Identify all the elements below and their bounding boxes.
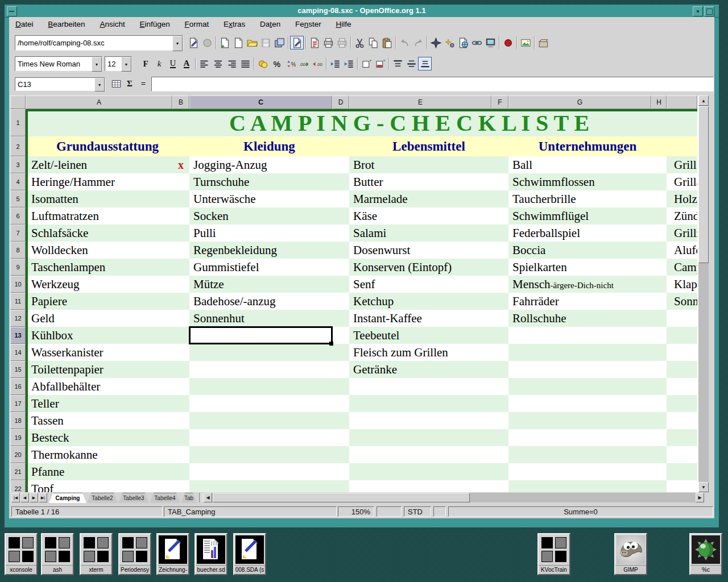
cell-text[interactable]: Unterwäsche [193, 191, 331, 207]
column-header-H[interactable]: H [651, 95, 667, 109]
cell-band[interactable] [667, 429, 697, 446]
cell-text[interactable]: Butter [353, 174, 490, 190]
font-color-icon[interactable]: A [180, 57, 193, 70]
cell-band[interactable] [508, 412, 667, 429]
cell-band[interactable] [667, 463, 697, 480]
cell-text[interactable]: Badehose/-anzug [193, 293, 331, 310]
cell-text[interactable]: Topf [31, 481, 171, 492]
taskbar-icon-xconsole[interactable]: xconsole [5, 533, 38, 575]
column-header-partial[interactable] [667, 95, 697, 109]
checkmark-cell-b3[interactable]: x [172, 157, 189, 173]
sheet-tab-clipped[interactable]: Tab [181, 493, 197, 503]
cell-band[interactable] [508, 429, 667, 446]
cell-band[interactable] [508, 378, 667, 395]
status-zoom[interactable]: 150% [338, 506, 374, 517]
taskbar-icon-kvoctrain[interactable]: KVocTrain [537, 533, 570, 575]
cell-text[interactable]: Fleisch zum Grillen [353, 344, 490, 361]
cell-text[interactable]: Sonnen [674, 293, 697, 310]
row-header-20[interactable]: 20 [10, 446, 26, 463]
cell-text[interactable]: Rollschuhe [512, 310, 651, 327]
taskbar-icon-xterm[interactable]: xterm [80, 533, 113, 575]
formula-input-line[interactable] [151, 77, 714, 92]
scroll-right-button[interactable]: ▶ [696, 493, 704, 502]
cell-band[interactable] [508, 361, 667, 378]
valign-bottom-icon[interactable] [418, 57, 432, 70]
cell-band[interactable] [667, 310, 697, 327]
cell-text[interactable]: Federballspiel [512, 225, 651, 242]
sheet-tab-camping[interactable]: Camping [49, 493, 86, 503]
cell-text[interactable]: Tassen [31, 413, 171, 429]
menu-einfuegen[interactable]: Einfügen [133, 17, 176, 28]
column-header-A[interactable]: A [26, 95, 172, 109]
cell-band[interactable] [508, 327, 667, 344]
cell-text[interactable]: Holzkoh [674, 191, 697, 207]
redo-icon[interactable] [411, 36, 425, 49]
taskbar-icon-gimp[interactable]: GIMP [614, 533, 647, 575]
cell-text[interactable]: Dosenwurst [353, 242, 490, 259]
add-decimal-icon[interactable]: .000 [297, 57, 311, 70]
underline-icon[interactable]: U [166, 57, 180, 70]
next-sheet-button[interactable]: ▶ [30, 493, 38, 502]
row-header-12[interactable]: 12 [10, 310, 26, 327]
cell-text[interactable]: Turnschuhe [193, 174, 331, 190]
web-document-icon[interactable] [456, 36, 470, 49]
scroll-up-button[interactable]: ▲ [698, 95, 709, 106]
cell-text[interactable]: Mensch-ärgere-Dich-nicht [512, 276, 651, 293]
cell-text[interactable]: Zündhö [674, 208, 697, 225]
row-header-13[interactable]: 13 [10, 327, 26, 344]
scroll-left-button[interactable]: ◀ [204, 493, 212, 502]
formula-icon[interactable]: = [136, 77, 150, 90]
font-name-dropdown-button[interactable]: ▼ [92, 57, 102, 72]
italic-icon[interactable]: k [152, 57, 166, 70]
cell-band[interactable] [667, 344, 697, 361]
sheet-tab-tabelle4[interactable]: Tabelle4 [150, 493, 180, 503]
row-header-6[interactable]: 6 [10, 207, 26, 225]
number-percent-icon[interactable]: % [270, 57, 283, 70]
font-name-select[interactable]: Times New Roman ▼ [15, 56, 102, 71]
sheet-tab-tabelle2[interactable]: Tabelle2 [87, 493, 118, 503]
align-justify-icon[interactable] [238, 57, 252, 70]
cell-text[interactable]: Grillzan [674, 225, 697, 242]
cell-text[interactable]: Besteck [31, 430, 171, 446]
hyperlink-icon[interactable] [470, 36, 483, 49]
row-header-8[interactable]: 8 [10, 242, 26, 259]
vertical-scrollbar[interactable]: ▲ ▼ [698, 95, 709, 492]
cell-text[interactable]: Werkzeug [31, 276, 171, 293]
function-wizard-icon[interactable] [109, 77, 123, 90]
edit-file-icon[interactable] [187, 36, 200, 49]
cell-band[interactable] [189, 361, 349, 378]
cell-text[interactable]: Thermokanne [31, 447, 171, 463]
menu-datei[interactable]: Datei [9, 17, 40, 28]
cell-text[interactable]: Spielkarten [512, 259, 651, 276]
cell-band[interactable] [349, 412, 508, 429]
virtual-screen-icon[interactable] [483, 36, 497, 49]
align-center-icon[interactable] [211, 57, 225, 70]
cell-text[interactable]: Grill [674, 157, 697, 173]
cell-text[interactable]: Luftmatratzen [31, 208, 171, 225]
row-header-18[interactable]: 18 [10, 412, 26, 429]
export-pdf-icon[interactable] [308, 36, 321, 49]
cell-text[interactable]: Pulli [193, 225, 331, 242]
align-left-icon[interactable] [197, 57, 211, 70]
row-header-19[interactable]: 19 [10, 429, 26, 446]
cell-band[interactable] [508, 480, 667, 492]
cell-band[interactable] [667, 395, 697, 412]
cell-text[interactable]: Konserven (Eintopf) [353, 259, 490, 276]
cell-band[interactable] [189, 446, 349, 463]
cell-text[interactable]: Wolldecken [31, 242, 171, 259]
scroll-down-button[interactable]: ▼ [698, 482, 709, 492]
cell-text[interactable]: Brot [353, 157, 490, 173]
cell-band[interactable] [189, 412, 349, 429]
taskbar-icon-ash[interactable]: ash [41, 533, 74, 575]
row-header-5[interactable]: 5 [10, 190, 26, 207]
row-header-16[interactable]: 16 [10, 378, 26, 395]
grid-corner-box[interactable] [10, 95, 26, 109]
taskbar-icon-zeichnung-[interactable]: Zeichnung- [156, 533, 189, 575]
cell-band[interactable] [189, 395, 349, 412]
cell-text[interactable]: Toilettenpapier [31, 361, 171, 378]
cell-cursor-fill-handle[interactable] [329, 342, 333, 346]
cell-reference-dropdown-button[interactable]: ▼ [94, 78, 105, 92]
stop-loading-icon[interactable] [200, 36, 214, 49]
cell-text[interactable]: Socken [193, 208, 331, 225]
record-changes-icon[interactable] [501, 36, 515, 49]
